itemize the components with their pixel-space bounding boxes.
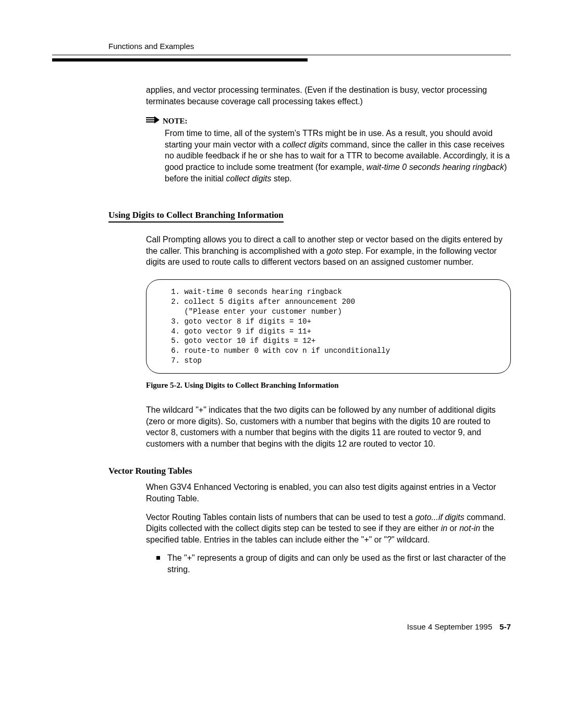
code-listing: 1. wait-time 0 seconds hearing ringback … [146,279,511,374]
intro-paragraph: applies, and vector processing terminate… [146,84,511,107]
section2-para1: When G3V4 Enhanced Vectoring is enabled,… [146,482,511,504]
footer-page-number: 5-7 [499,622,511,631]
figure-caption: Figure 5-2. Using Digits to Collect Bran… [146,381,511,390]
s2p2-ital2: in [441,524,447,533]
s2p2-ital1: goto...if digits [415,513,464,522]
section2-para2: Vector Routing Tables contain lists of n… [146,512,511,546]
page-footer: Issue 4 September 19955-7 [52,622,511,631]
bullet-item-1: The "+" represents a group of digits and… [156,552,511,575]
s1p1-ital: goto [327,246,343,255]
note-ital-2: wait-time 0 seconds hearing ringback [366,163,504,171]
note-body: From time to time, all of the system's T… [165,128,511,184]
note-text-d: step. [272,174,292,183]
note-arrow-icon [146,116,160,126]
section-heading-1: Using Digits to Collect Branching Inform… [108,210,284,223]
svg-marker-3 [154,116,160,124]
note-label: NOTE: [163,117,188,126]
s2p2-c: or [447,524,459,533]
note-ital-3: collect digits [226,174,271,183]
section1-para1: Call Prompting allows you to direct a ca… [146,234,511,268]
rule-thin [52,55,511,55]
footer-issue: Issue 4 September 1995 [407,622,492,631]
note-ital-1: collect digits [283,140,328,149]
bullet-text-1: The "+" represents a group of digits and… [167,552,511,575]
s2p2-ital3: not-in [459,524,480,533]
s2p2-a: Vector Routing Tables contain lists of n… [146,513,415,522]
running-header: Functions and Examples [108,42,511,51]
section1-para2: The wildcard "+" indicates that the two … [146,404,511,449]
bullet-square-icon [156,556,160,560]
section-heading-2: Vector Routing Tables [108,466,511,476]
